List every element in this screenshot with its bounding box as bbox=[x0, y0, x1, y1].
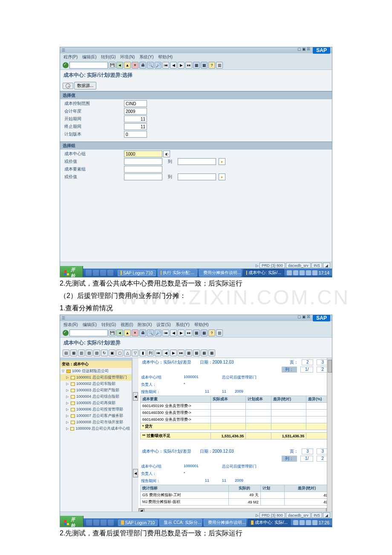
col-var-pct[interactable]: 差异(%) bbox=[306, 396, 330, 403]
nav-first-icon[interactable]: ⏮ bbox=[155, 350, 161, 356]
tree-node[interactable]: ▷1000008 总公司市场开发部 bbox=[60, 419, 132, 425]
ce-group-input[interactable] bbox=[124, 166, 162, 173]
menu-edit[interactable]: 编辑(E) bbox=[82, 55, 96, 59]
task-display[interactable]: 显示 CCA: 实际分... bbox=[159, 519, 202, 526]
col-actual[interactable]: 实际的 bbox=[228, 485, 260, 492]
tool-icon[interactable]: ▦ bbox=[201, 350, 208, 356]
task-doc[interactable]: 费用分摊操作说明... bbox=[204, 519, 246, 526]
credit-row[interactable]: * 贷方 bbox=[141, 423, 330, 430]
back-icon[interactable]: ◄ bbox=[116, 62, 123, 69]
prev-page-icon[interactable]: ◀ bbox=[170, 62, 177, 69]
execute-button[interactable] bbox=[63, 83, 73, 89]
task-sap-logon[interactable]: SAP Logon 710 bbox=[118, 520, 158, 526]
find-icon[interactable]: 🔍 bbox=[147, 62, 154, 69]
command-field[interactable] bbox=[69, 330, 108, 336]
start-button[interactable]: 开始 bbox=[60, 266, 83, 278]
tool-icon[interactable]: ▦ bbox=[185, 350, 192, 356]
resize-grip-icon[interactable]: ◢ bbox=[323, 263, 330, 268]
refresh-icon[interactable]: ↻ bbox=[101, 350, 108, 356]
tree-node[interactable]: ▷1000009 总公司公共成本中心组 bbox=[60, 425, 132, 432]
quick-launch[interactable] bbox=[83, 270, 116, 276]
table-row[interactable]: MJ 费用分摊指标-面积 49 M2 49 bbox=[141, 499, 330, 506]
f4-help-icon[interactable]: ◐ bbox=[163, 150, 170, 157]
cancel-icon[interactable]: ✕ bbox=[132, 62, 138, 69]
new-session-icon[interactable]: ▦ bbox=[193, 330, 200, 336]
col-var-abs[interactable]: 差异(绝对) bbox=[284, 485, 329, 492]
menu-extras[interactable]: 附加(X) bbox=[138, 322, 152, 327]
tool-icon[interactable]: ▨ bbox=[93, 350, 100, 356]
task-cc[interactable]: 成本中心: 实际/... bbox=[248, 519, 291, 526]
sort-desc-icon[interactable]: ▽ bbox=[132, 350, 138, 356]
col-plan[interactable]: 计划 bbox=[260, 485, 284, 492]
tool-icon[interactable]: ▤ bbox=[63, 350, 69, 356]
cc-group-input[interactable] bbox=[124, 150, 162, 157]
next-page-icon[interactable]: ▶ bbox=[178, 62, 184, 69]
tree-node[interactable]: ▷1000002 总公司车险部 bbox=[60, 381, 132, 387]
tool-icon[interactable]: ▧ bbox=[86, 350, 92, 356]
layout-icon[interactable]: ▥ bbox=[216, 62, 223, 69]
menubar[interactable]: 程序(P) 编辑(E) 转到(G) 环境(N) 系统(Y) 帮助(H) bbox=[60, 53, 332, 61]
new-session-icon[interactable]: ▦ bbox=[193, 62, 200, 69]
expand-tree-icon[interactable]: ◀ bbox=[133, 469, 138, 477]
cc-value-from-input[interactable] bbox=[124, 158, 162, 165]
system-tray[interactable]: 17:26 bbox=[291, 520, 332, 525]
first-page-icon[interactable]: ⏮ bbox=[162, 330, 169, 336]
tool-icon[interactable]: ▦ bbox=[208, 350, 215, 356]
shortcut-icon[interactable]: ▦ bbox=[201, 62, 208, 69]
nav-prev-icon[interactable]: ◀ bbox=[162, 350, 169, 356]
tool-icon[interactable]: ▦ bbox=[70, 350, 77, 356]
close-icon[interactable]: ☒ bbox=[307, 315, 310, 321]
fiscal-year-input[interactable] bbox=[124, 108, 147, 115]
maximize-icon[interactable]: ▣ bbox=[302, 47, 306, 54]
tool-icon[interactable]: ▣ bbox=[109, 350, 115, 356]
prev-page-icon[interactable]: ◀ bbox=[170, 330, 177, 336]
tray-icon[interactable] bbox=[306, 520, 311, 525]
plan-version-input[interactable] bbox=[124, 131, 147, 138]
back-icon[interactable]: ◄ bbox=[116, 330, 123, 336]
findnext-icon[interactable]: 🔎 bbox=[155, 330, 161, 336]
menubar[interactable]: 报表(R) 编辑(E) 转到(G) 视图(I) 附加(X) 设置(S) 系统(Y… bbox=[60, 321, 332, 329]
col-var-abs[interactable]: 差异(绝对) bbox=[271, 396, 306, 403]
cc-value-to-input[interactable] bbox=[178, 158, 216, 165]
tree-root[interactable]: ▽1000 信达财险总公司 bbox=[60, 368, 132, 374]
tree-node[interactable]: ▷1000006 总公司投资管理部 bbox=[60, 406, 132, 413]
menu-edit[interactable]: 编辑(E) bbox=[83, 322, 97, 327]
sort-asc-icon[interactable]: △ bbox=[124, 350, 131, 356]
tree-node[interactable]: ▷1000004 总公司综合险部 bbox=[60, 393, 132, 400]
menu-system[interactable]: 系统(Y) bbox=[176, 322, 190, 327]
menu-goto[interactable]: 转到(G) bbox=[101, 55, 115, 59]
tray-icon[interactable] bbox=[300, 270, 305, 275]
tray-icon[interactable] bbox=[300, 520, 305, 525]
tree-node[interactable]: ▷1000003 总公司财产险部 bbox=[60, 387, 132, 393]
tray-icon[interactable] bbox=[306, 270, 311, 275]
help-icon[interactable]: ? bbox=[208, 62, 215, 69]
menu-help[interactable]: 帮助(H) bbox=[158, 55, 173, 59]
tool-icon[interactable]: ▦ bbox=[193, 350, 200, 356]
menu-goto[interactable]: 转到(G) bbox=[101, 322, 116, 327]
task-doc[interactable]: 费用分摊操作说明... bbox=[199, 269, 242, 277]
col-plan[interactable]: 计划成本 bbox=[246, 396, 271, 403]
col-stat[interactable]: 统计指标 bbox=[141, 485, 229, 492]
control-area-input[interactable] bbox=[124, 100, 147, 107]
command-field[interactable] bbox=[69, 62, 108, 69]
tray-icon[interactable] bbox=[287, 270, 292, 275]
tray-icon[interactable] bbox=[312, 270, 317, 275]
table-row[interactable]: 6601450199 业务及管理费-> bbox=[141, 403, 330, 410]
enter-button[interactable] bbox=[63, 330, 69, 336]
period-to-input[interactable] bbox=[124, 123, 147, 130]
find-icon[interactable]: 🔍 bbox=[147, 330, 154, 336]
exit-icon[interactable]: ▲ bbox=[124, 330, 131, 336]
save-icon[interactable]: 💾 bbox=[109, 330, 115, 336]
tool-icon[interactable]: ▥ bbox=[78, 350, 85, 356]
quick-launch[interactable] bbox=[84, 520, 116, 526]
task-cc[interactable]: 成本中心: 实际/... bbox=[243, 269, 284, 277]
tree-node[interactable]: ▷1000001 总公司后援管理部门 bbox=[60, 374, 132, 381]
system-tray[interactable]: 17:14 bbox=[284, 270, 332, 275]
vertical-scrollbar[interactable] bbox=[327, 358, 332, 512]
ce-value-from-input[interactable] bbox=[124, 173, 162, 180]
menu-program[interactable]: 程序(P) bbox=[63, 55, 78, 59]
col-cost-element[interactable]: 成本要素 bbox=[141, 396, 211, 403]
first-page-icon[interactable]: ⏮ bbox=[162, 62, 169, 69]
table-row[interactable]: 6601460300 业务及管理费-> bbox=[141, 410, 330, 416]
print-icon[interactable]: 🖶 bbox=[139, 62, 146, 69]
